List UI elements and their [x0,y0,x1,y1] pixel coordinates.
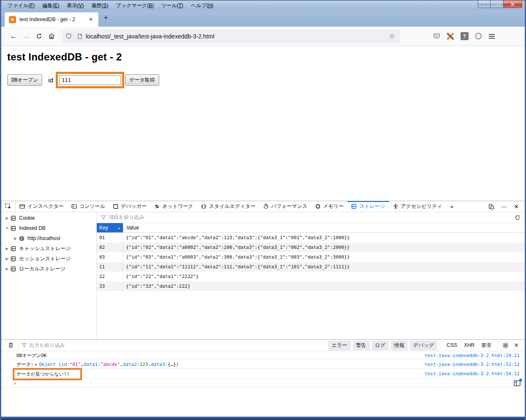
devtools-tab-accessibility[interactable]: アクセシビリティ [389,201,446,212]
console-source-link[interactable]: test-java-indexeddb-3-2.html:52:12 [425,362,520,367]
twisty-collapsed-icon[interactable]: ▶ [13,237,18,240]
empty-area [1,387,525,417]
meatball-menu-icon[interactable]: ⋯ [499,203,510,210]
console-filter-chip-0[interactable]: エラー [328,341,351,350]
twisty-collapsed-icon[interactable]: ▶ [5,247,9,251]
table-row[interactable]: 22{"id":"22","data1":"2222"} [97,272,525,281]
memory-icon [315,204,321,209]
sidebar-item-1[interactable]: ▼Indexed DB [1,223,96,233]
cell-value: {"id":"33","data2":222} [123,281,525,291]
table-row[interactable]: 33{"id":"33","data2":222} [97,281,525,291]
ring-icon[interactable] [474,32,482,40]
expand-caret-icon[interactable]: ▶ [35,363,37,366]
tab-close-icon[interactable]: ✕ [87,16,95,23]
console-source-link[interactable]: test-java-indexeddb-3-2.html:29:11 [425,353,520,358]
sidebar-toggle-icon[interactable] [513,379,521,387]
column-header-value[interactable]: Value [123,223,525,232]
menu-item-4[interactable]: ブックマーク(B) [112,0,158,11]
menu-item-0[interactable]: ファイル(F) [4,0,38,11]
extension-x-icon[interactable] [446,33,455,40]
table-row[interactable]: 11{"id":"11","data1":"11111","data2":111… [97,262,525,272]
devtools-tabs: インスペクターコンソールデバッガーネットワーク{}スタイルエディターパフォーマン… [16,201,446,212]
sidebar-item-2[interactable]: ▶http://localhost [1,233,96,243]
sidebar-item-label: Indexed DB [19,225,46,231]
sidebar-item-0[interactable]: ▶Cookie [1,213,96,223]
devtools-tab-inspector[interactable]: インスペクター [16,201,68,212]
twisty-collapsed-icon[interactable]: ▶ [5,257,9,261]
devtools-tab-label: デバッガー [121,203,147,210]
menu-item-3[interactable]: 履歴(S) [88,0,112,11]
close-button[interactable] [503,0,522,8]
browser-tab[interactable]: ✕ test IndexedDB - get - 2 ✕ [5,12,98,27]
shield-icon[interactable] [65,33,72,39]
new-tab-button[interactable]: + [98,13,113,24]
console-token-prop: data1: [84,362,101,367]
console-filter-link-2[interactable]: 要求 [478,341,494,350]
column-header-key[interactable]: Key ▲ [97,223,123,232]
cell-key: 33 [97,281,123,291]
console-filter-link-0[interactable]: CSS [444,341,460,350]
pocket-icon[interactable] [433,33,440,39]
twisty-collapsed-icon[interactable]: ▶ [5,267,9,271]
table-row[interactable]: 01{"id":"01","data1":"abcde","data2":123… [97,233,525,243]
menu-item-6[interactable]: ヘルプ(H) [187,0,218,11]
devtools-tab-label: スタイルエディター [209,203,256,210]
storage-filter-input[interactable]: 項目を絞り込み [109,214,515,221]
console-close-icon[interactable]: ✕ [511,342,521,349]
home-button[interactable] [45,30,58,43]
menu-item-2[interactable]: 表示(V) [63,0,87,11]
sidebar-item-3[interactable]: ▶キャッシュストレージ [1,243,96,254]
menu-item-5[interactable]: ツール(T) [158,0,187,11]
back-button[interactable]: ← [7,30,20,43]
reload-button[interactable] [33,30,45,43]
devtools-tab-network[interactable]: ネットワーク [150,201,197,212]
gear-icon[interactable] [500,342,511,349]
id-input[interactable] [59,75,121,85]
url-bar[interactable]: localhost/_test_java/test-java-indexeddb… [62,30,400,43]
console-filter-chip-1[interactable]: 警告 [353,341,370,350]
twisty-expanded-icon[interactable]: ▼ [5,226,9,230]
sidebar-item-4[interactable]: ▶セッションストレージ [1,254,96,264]
devtools-tab-debugger[interactable]: デバッガー [109,201,150,212]
question-extension-icon[interactable]: ? [461,32,469,40]
devtools-tab-label: アクセシビリティ [401,203,442,210]
responsive-design-icon[interactable] [486,204,497,210]
id-label: id [48,76,53,84]
url-text[interactable]: localhost/_test_java/test-java-indexeddb… [86,33,387,40]
db-open-button[interactable]: DBオープン [7,74,42,86]
refresh-icon[interactable] [515,215,521,221]
table-row[interactable]: 02{"id":"02","data1":"a0002","data2":200… [97,243,525,252]
twisty-collapsed-icon[interactable]: ▶ [5,216,9,220]
console-input-row[interactable]: » [1,379,525,387]
menu-bar: ファイル(F)編集(E)表示(V)履歴(S)ブックマーク(B)ツール(T)ヘルプ… [1,0,217,11]
table-row[interactable]: 03{"id":"03","data1":"a0003","data2":300… [97,252,525,262]
bookmark-star-icon[interactable]: ☆ [387,32,397,40]
devtools-tab-storage[interactable]: ストレージ [347,201,389,212]
annotation-highlight-input [56,72,124,88]
console-message-0: DBオープンOKtest-java-indexeddb-3-2.html:29:… [1,351,525,360]
forward-button[interactable]: → [20,30,33,43]
menu-icon[interactable] [488,33,495,39]
console-filter-chip-3[interactable]: 情報 [391,341,408,350]
devtools-tab-styleeditor[interactable]: {}スタイルエディター [197,201,259,212]
maximize-button[interactable] [491,0,503,8]
console-filter-input[interactable]: 出力を絞り込み [22,342,326,349]
page-icon[interactable] [77,33,82,39]
devtools-tab-performance[interactable]: パフォーマンス [259,201,311,212]
devtools-close-icon[interactable]: ✕ [511,203,521,210]
trash-icon[interactable] [5,342,16,348]
pick-element-icon[interactable] [1,201,16,212]
console-source-link[interactable]: test-java-indexeddb-3-2.html:54:12 [425,371,520,376]
menu-item-1[interactable]: 編集(E) [38,0,63,11]
sidebar-item-5[interactable]: ▶ローカルストレージ [1,264,96,274]
console-filter-chip-2[interactable]: ログ [372,341,389,350]
console-filter-link-1[interactable]: XHR [461,341,477,350]
minimize-button[interactable] [478,0,491,8]
devtools-tab-memory[interactable]: メモリー [311,201,348,212]
get-data-button[interactable]: データ取得 [125,74,159,86]
devtools-tab-console[interactable]: コンソール [68,201,109,212]
console-filter-chip-4[interactable]: デバッグ [410,341,437,350]
more-tabs-button[interactable]: » [446,201,458,212]
console-token-obj: Object { [39,362,61,367]
devtools-tab-label: コンソール [79,203,105,210]
